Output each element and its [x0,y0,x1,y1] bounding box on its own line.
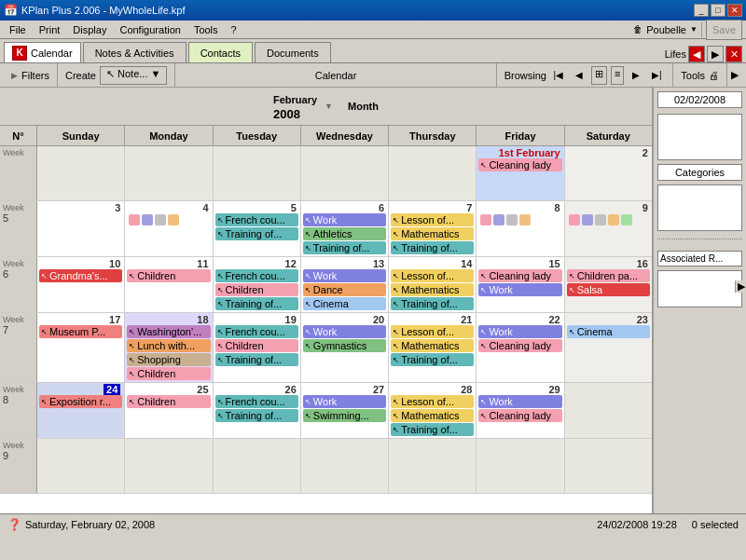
day-cell[interactable]: 22↖Work↖Cleaning lady [477,313,564,382]
day-cell[interactable]: 17↖Museum P... [37,313,125,382]
calendar-event[interactable]: ↖French cou... [215,395,298,408]
calendar-event[interactable]: ↖Training of... [215,297,298,310]
day-cell[interactable]: 21↖Lesson of...↖Mathematics↖Training of.… [389,313,477,382]
calendar-event[interactable]: ↖Training of... [391,297,474,310]
calendar-event[interactable]: ↖Lunch with... [127,339,210,352]
day-cell[interactable]: 16↖Children pa...↖Salsa [565,257,652,312]
calendar-event[interactable]: ↖Training of... [215,227,298,240]
calendar-event[interactable]: ↖Training of... [391,423,474,436]
calendar-event[interactable]: ↖Mathematics [391,283,474,296]
nav-next-button[interactable]: ▶ [628,67,644,84]
calendar-event[interactable]: ↖Mathematics [391,227,474,240]
scroll-right-button[interactable]: ▶ [727,69,742,81]
day-cell[interactable]: 25↖Children [125,383,213,438]
view-list-button[interactable]: ≡ [611,66,624,85]
day-cell[interactable] [125,439,213,493]
calendar-event[interactable]: ↖Work [478,395,561,408]
day-cell[interactable]: 12↖French cou...↖Children↖Training of... [214,257,301,312]
life-btn-2[interactable]: ▶ [707,46,724,62]
calendar-event[interactable]: ↖Museum P... [39,325,122,338]
calendar-event[interactable]: ↖Children [215,283,298,296]
menu-tools[interactable]: Tools [188,22,224,37]
calendar-event[interactable]: ↖Shopping [127,353,210,366]
day-cell[interactable]: 10↖Grandma's... [37,257,125,312]
view-grid-button[interactable]: ⊞ [591,66,607,85]
menu-print[interactable]: Print [34,22,66,37]
day-cell[interactable]: 24↖Exposition r... [37,383,125,438]
day-cell[interactable] [389,146,477,200]
day-cell[interactable]: 23↖Cinema [565,313,652,382]
minimize-button[interactable]: _ [694,4,709,17]
calendar-event[interactable]: ↖Mathematics [391,409,474,422]
calendar-event[interactable]: ↖Exposition r... [39,395,122,408]
day-cell[interactable]: 9 [565,201,652,256]
calendar-event[interactable]: ↖Children [127,269,210,282]
day-cell[interactable]: 11↖Children [125,257,213,312]
maximize-button[interactable]: □ [711,4,725,17]
calendar-event[interactable]: ↖Gymnastics [303,339,386,352]
day-cell[interactable] [214,146,301,200]
close-button[interactable]: ✕ [727,4,742,17]
side-scroll-button[interactable]: ▶ [735,280,746,293]
day-cell[interactable]: 8 [477,201,564,256]
calendar-event[interactable] [478,213,561,226]
calendar-event[interactable]: ↖Athletics [303,227,386,240]
calendar-event[interactable]: ↖Lesson of... [391,213,474,226]
day-cell[interactable]: 3 [37,201,125,256]
day-cell[interactable] [37,439,125,493]
tab-contacts[interactable]: Contacts [188,42,253,62]
calendar-event[interactable]: ↖Dance [303,283,386,296]
calendar-event[interactable]: ↖Work [303,213,386,226]
day-cell[interactable] [477,439,564,493]
calendar-event[interactable]: ↖Children [127,395,210,408]
day-cell[interactable]: 28↖Lesson of...↖Mathematics↖Training of.… [389,383,477,438]
calendar-event[interactable]: ↖Training of... [215,353,298,366]
day-cell[interactable] [565,439,652,493]
calendar-event[interactable]: ↖Lesson of... [391,395,474,408]
calendar-event[interactable]: ↖Training of... [303,241,386,254]
life-btn-3[interactable]: ✕ [725,46,742,62]
print-icon[interactable]: 🖨 [709,70,719,81]
day-cell[interactable]: 15↖Cleaning lady↖Work [477,257,564,312]
calendar-event[interactable]: ↖Children [215,339,298,352]
day-cell[interactable]: 18↖Washington'...↖Lunch with...↖Shopping… [125,313,213,382]
calendar-event[interactable] [127,213,210,226]
calendar-event[interactable]: ↖French cou... [215,325,298,338]
calendar-event[interactable]: ↖Cleaning lady [478,339,561,352]
day-cell[interactable] [214,439,301,493]
calendar-event[interactable]: ↖Work [478,325,561,338]
menu-configuration[interactable]: Configuration [114,22,186,37]
calendar-event[interactable]: ↖Work [303,325,386,338]
day-cell[interactable]: 29↖Work↖Cleaning lady [477,383,564,438]
title-bar-controls[interactable]: _ □ ✕ [694,4,742,17]
calendar-event[interactable]: ↖Children pa... [567,269,650,282]
calendar-event[interactable]: ↖Work [478,283,561,296]
calendar-event[interactable]: ↖Work [303,269,386,282]
day-cell[interactable] [565,383,652,438]
day-cell[interactable]: 4 [125,201,213,256]
calendar-event[interactable] [567,213,650,226]
note-dropdown-button[interactable]: ↖ Note... ▼ [100,66,167,85]
calendar-event[interactable]: ↖Children [127,367,210,380]
menu-display[interactable]: Display [67,22,112,37]
calendar-event[interactable]: ↖Cleaning lady [478,269,561,282]
nav-prev-button[interactable]: ◀ [571,67,587,84]
day-cell[interactable] [125,146,213,200]
day-cell[interactable] [389,439,477,493]
calendar-event[interactable]: ↖Training of... [215,409,298,422]
tab-documents[interactable]: Documents [255,42,331,62]
calendar-event[interactable]: ↖Cleaning lady [478,409,561,422]
calendar-event[interactable]: ↖French cou... [215,269,298,282]
day-cell[interactable]: 2 [565,146,652,200]
calendar-event[interactable]: ↖Training of... [391,353,474,366]
day-cell[interactable]: 6↖Work↖Athletics↖Training of... [301,201,389,256]
menu-help[interactable]: ? [226,22,242,37]
calendar-event[interactable]: ↖French cou... [215,213,298,226]
menu-file[interactable]: File [4,22,32,37]
day-cell[interactable]: 13↖Work↖Dance↖Cinema [301,257,389,312]
day-cell[interactable] [301,146,389,200]
day-cell[interactable]: 7↖Lesson of...↖Mathematics↖Training of..… [389,201,477,256]
day-cell[interactable]: 19↖French cou...↖Children↖Training of... [214,313,301,382]
day-cell[interactable] [37,146,125,200]
nav-last-button[interactable]: ▶| [648,67,665,84]
